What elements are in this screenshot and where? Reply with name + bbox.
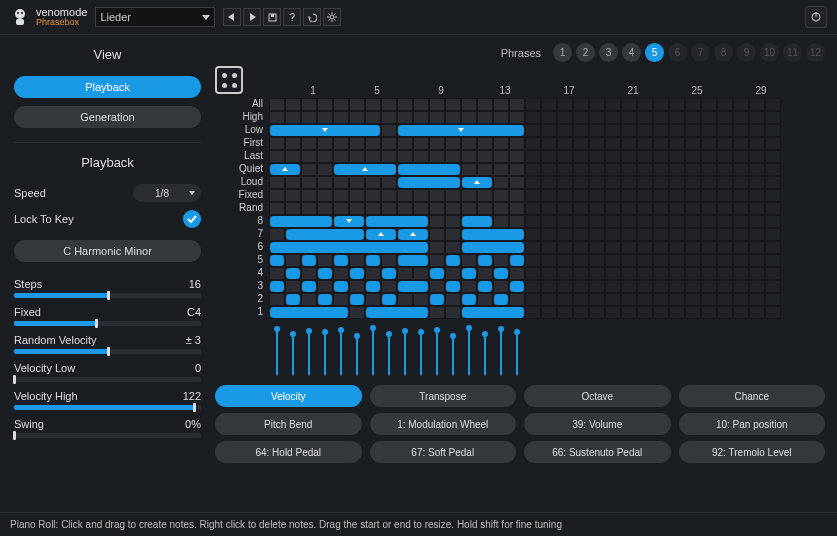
next-preset-button[interactable] [243, 8, 261, 26]
lane-button[interactable]: Octave [524, 385, 671, 407]
phrase-slot-8[interactable]: 8 [714, 43, 733, 62]
note[interactable] [382, 294, 396, 305]
phrase-slot-4[interactable]: 4 [622, 43, 641, 62]
note[interactable] [286, 294, 300, 305]
note[interactable] [366, 307, 428, 318]
note[interactable] [334, 164, 396, 175]
note[interactable] [430, 294, 444, 305]
steps-slider[interactable] [14, 293, 201, 298]
tab-playback[interactable]: Playback [14, 76, 201, 98]
scale-select[interactable]: C Harmonic Minor [14, 240, 201, 262]
note[interactable] [270, 281, 284, 292]
note[interactable] [398, 177, 460, 188]
speed-dropdown[interactable]: 1/8 [133, 184, 201, 202]
note[interactable] [270, 242, 428, 253]
note[interactable] [270, 216, 332, 227]
randomize-button[interactable] [215, 66, 243, 94]
note[interactable] [462, 242, 524, 253]
note[interactable] [510, 281, 524, 292]
note[interactable] [494, 268, 508, 279]
velocity-stem[interactable] [276, 330, 278, 375]
note[interactable] [286, 268, 300, 279]
note[interactable] [270, 255, 284, 266]
note[interactable] [318, 294, 332, 305]
note[interactable] [398, 125, 524, 136]
velocity-stem[interactable] [292, 335, 294, 375]
note[interactable] [398, 281, 428, 292]
note[interactable] [510, 255, 524, 266]
velocity-stem[interactable] [372, 329, 374, 375]
phrase-slot-12[interactable]: 12 [806, 43, 825, 62]
note[interactable] [462, 229, 524, 240]
note[interactable] [334, 281, 348, 292]
velocity-stem[interactable] [308, 332, 310, 375]
note[interactable] [318, 268, 332, 279]
note[interactable] [462, 307, 524, 318]
lane-button[interactable]: 10: Pan position [679, 413, 826, 435]
note[interactable] [350, 294, 364, 305]
velocity-stem[interactable] [356, 337, 358, 375]
phrase-slot-1[interactable]: 1 [553, 43, 572, 62]
velocity-lane[interactable] [269, 325, 825, 375]
note[interactable] [446, 255, 460, 266]
tab-generation[interactable]: Generation [14, 106, 201, 128]
phrase-slot-6[interactable]: 6 [668, 43, 687, 62]
note[interactable] [398, 164, 460, 175]
undo-button[interactable] [303, 8, 321, 26]
velocity-stem[interactable] [452, 337, 454, 375]
velocity-stem[interactable] [500, 330, 502, 375]
velocity-stem[interactable] [388, 335, 390, 375]
note[interactable] [494, 294, 508, 305]
note[interactable] [334, 216, 364, 227]
phrase-slot-9[interactable]: 9 [737, 43, 756, 62]
lane-button[interactable]: Chance [679, 385, 826, 407]
velocity-stem[interactable] [484, 335, 486, 375]
piano-roll[interactable] [269, 98, 781, 319]
help-button[interactable]: ? [283, 8, 301, 26]
note[interactable] [366, 281, 380, 292]
note[interactable] [462, 216, 492, 227]
power-button[interactable] [805, 6, 827, 28]
random-velocity-slider[interactable] [14, 349, 201, 354]
note[interactable] [350, 268, 364, 279]
note[interactable] [302, 281, 316, 292]
preset-select[interactable]: Lieder [95, 7, 215, 27]
velocity-stem[interactable] [468, 329, 470, 375]
lane-button[interactable]: 64: Hold Pedal [215, 441, 362, 463]
note[interactable] [430, 268, 444, 279]
phrase-slot-2[interactable]: 2 [576, 43, 595, 62]
note[interactable] [286, 229, 364, 240]
note[interactable] [462, 268, 476, 279]
velocity-stem[interactable] [436, 331, 438, 375]
note[interactable] [398, 229, 428, 240]
note[interactable] [478, 255, 492, 266]
velocity-stem[interactable] [420, 333, 422, 375]
note[interactable] [478, 281, 492, 292]
lane-button[interactable]: 39: Volume [524, 413, 671, 435]
note[interactable] [366, 229, 396, 240]
lane-button[interactable]: Transpose [370, 385, 517, 407]
lane-button[interactable]: 1: Modulation Wheel [370, 413, 517, 435]
note[interactable] [270, 125, 380, 136]
velocity-stem[interactable] [340, 331, 342, 375]
phrase-slot-3[interactable]: 3 [599, 43, 618, 62]
settings-button[interactable] [323, 8, 341, 26]
fixed-slider[interactable] [14, 321, 201, 326]
swing-slider[interactable] [14, 433, 201, 438]
prev-preset-button[interactable] [223, 8, 241, 26]
lane-button[interactable]: 67: Soft Pedal [370, 441, 517, 463]
note[interactable] [398, 255, 428, 266]
phrase-slot-5[interactable]: 5 [645, 43, 664, 62]
lane-button[interactable]: Velocity [215, 385, 362, 407]
velocity-low-slider[interactable] [14, 377, 201, 382]
velocity-stem[interactable] [324, 333, 326, 375]
note[interactable] [270, 164, 300, 175]
velocity-stem[interactable] [516, 333, 518, 375]
phrase-slot-7[interactable]: 7 [691, 43, 710, 62]
lock-to-key-toggle[interactable] [183, 210, 201, 228]
note[interactable] [302, 255, 316, 266]
note[interactable] [334, 255, 348, 266]
note[interactable] [366, 216, 428, 227]
note[interactable] [270, 307, 348, 318]
note[interactable] [446, 281, 460, 292]
